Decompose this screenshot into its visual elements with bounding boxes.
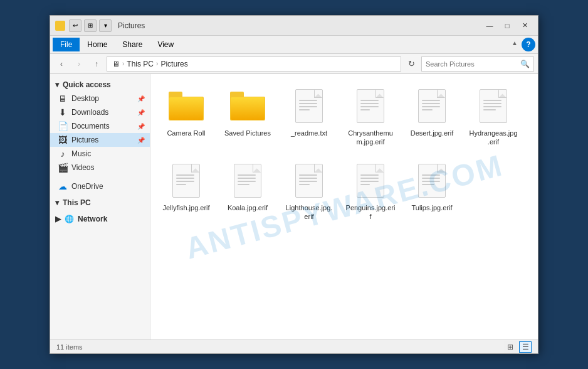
videos-icon: 🎬 bbox=[58, 163, 68, 173]
sidebar-section-quick-access[interactable]: ▾ Quick access bbox=[50, 78, 150, 92]
folder-icon-small bbox=[55, 21, 65, 31]
tab-home[interactable]: Home bbox=[80, 38, 115, 51]
file-name-desert: Desert.jpg.erif bbox=[411, 129, 453, 137]
file-name-tulips: Tulips.jpg.erif bbox=[411, 203, 452, 212]
address-bar: ‹ › ↑ 🖥 › This PC › Pictures ↻ 🔍 bbox=[50, 54, 538, 74]
status-bar: 11 items ⊞ ☰ bbox=[50, 340, 538, 353]
file-item-koala[interactable]: Koala.jpg.erif bbox=[219, 156, 276, 226]
this-pc-label: This PC bbox=[63, 198, 91, 207]
pictures-icon: 🖼 bbox=[58, 135, 68, 145]
sidebar-item-videos[interactable]: 🎬 Videos bbox=[50, 161, 150, 174]
up-button[interactable]: ↑ bbox=[89, 56, 104, 72]
documents-icon: 📄 bbox=[58, 121, 68, 131]
videos-label: Videos bbox=[71, 163, 94, 172]
music-label: Music bbox=[71, 149, 91, 158]
tab-file[interactable]: File bbox=[53, 38, 80, 51]
music-icon: ♪ bbox=[58, 149, 68, 159]
file-item-chrysanthemum[interactable]: Chrysanthemum.jpg.erif bbox=[342, 82, 399, 151]
file-name-jellyfish: Jellyfish.jpg.erif bbox=[162, 203, 209, 212]
main-area: ▾ Quick access 🖥 Desktop 📌 ⬇ Downloads 📌… bbox=[50, 74, 538, 340]
path-sep-2: › bbox=[156, 60, 158, 67]
file-item-jellyfish[interactable]: Jellyfish.jpg.erif bbox=[158, 156, 214, 226]
sidebar-item-pictures[interactable]: 🖼 Pictures 📌 bbox=[50, 133, 150, 147]
pin-icon-documents: 📌 bbox=[137, 123, 145, 130]
folder-icon-camera-roll bbox=[166, 86, 206, 126]
file-name-koala: Koala.jpg.erif bbox=[228, 203, 268, 212]
path-icon: 🖥 bbox=[112, 60, 120, 68]
back-button[interactable]: ‹ bbox=[54, 56, 69, 72]
file-item-camera-roll[interactable]: Camera Roll bbox=[158, 82, 214, 151]
file-name-saved-pictures: Saved Pictures bbox=[224, 129, 271, 137]
window-controls: — □ ✕ bbox=[481, 19, 533, 32]
doc-icon-tulips bbox=[412, 161, 452, 201]
undo-button[interactable]: ↩ bbox=[69, 19, 81, 32]
file-area: Camera Roll Saved Pictures bbox=[150, 74, 538, 340]
file-item-lighthouse[interactable]: Lighthouse.jpg.erif bbox=[281, 156, 337, 226]
search-input[interactable] bbox=[426, 60, 518, 68]
doc-icon-readme bbox=[289, 86, 329, 126]
title-bar: ↩ ⊞ ▾ Pictures — □ ✕ bbox=[50, 16, 538, 36]
onedrive-label: OneDrive bbox=[71, 182, 103, 191]
sidebar-item-music[interactable]: ♪ Music bbox=[50, 147, 150, 161]
file-grid: Camera Roll Saved Pictures bbox=[158, 82, 530, 225]
downloads-icon: ⬇ bbox=[58, 107, 68, 117]
path-pictures: Pictures bbox=[160, 60, 187, 68]
minimize-button[interactable]: — bbox=[481, 19, 498, 32]
close-button[interactable]: ✕ bbox=[517, 19, 533, 32]
explorer-window: ↩ ⊞ ▾ Pictures — □ ✕ File Home Share Vie… bbox=[50, 15, 538, 354]
path-this-pc: This PC bbox=[127, 60, 154, 68]
forward-button[interactable]: › bbox=[71, 56, 87, 72]
folder-icon-saved-pictures bbox=[228, 86, 268, 126]
doc-icon-penguins bbox=[350, 161, 391, 201]
network-label: Network bbox=[78, 215, 107, 223]
downloads-label: Downloads bbox=[71, 108, 108, 117]
network-arrow: ▶ bbox=[55, 215, 61, 223]
this-pc-arrow: ▾ bbox=[55, 198, 59, 207]
file-item-saved-pictures[interactable]: Saved Pictures bbox=[219, 82, 276, 151]
title-bar-left: ↩ ⊞ ▾ Pictures bbox=[55, 19, 481, 32]
doc-icon-chrysanthemum bbox=[350, 86, 391, 126]
desktop-label: Desktop bbox=[71, 94, 99, 103]
sidebar-item-downloads[interactable]: ⬇ Downloads 📌 bbox=[50, 105, 150, 119]
quick-access-label: Quick access bbox=[63, 80, 111, 89]
sidebar: ▾ Quick access 🖥 Desktop 📌 ⬇ Downloads 📌… bbox=[50, 74, 150, 340]
sidebar-item-desktop[interactable]: 🖥 Desktop 📌 bbox=[50, 92, 150, 105]
dropdown-button[interactable]: ▾ bbox=[99, 19, 112, 32]
sidebar-section-this-pc[interactable]: ▾ This PC bbox=[50, 196, 150, 210]
sidebar-item-onedrive[interactable]: ☁ OneDrive bbox=[50, 179, 150, 193]
file-name-chrysanthemum: Chrysanthemum.jpg.erif bbox=[345, 129, 396, 147]
view-controls: ⊞ ☰ bbox=[504, 341, 532, 353]
sidebar-section-network[interactable]: ▶ 🌐 Network bbox=[50, 212, 150, 226]
ribbon-expand-icon[interactable]: ▲ bbox=[512, 40, 522, 50]
file-item-tulips[interactable]: Tulips.jpg.erif bbox=[404, 156, 460, 226]
maximize-button[interactable]: □ bbox=[499, 19, 515, 32]
file-item-penguins[interactable]: Penguins.jpg.erif bbox=[342, 156, 399, 226]
file-item-desert[interactable]: Desert.jpg.erif bbox=[404, 82, 460, 151]
help-button[interactable]: ? bbox=[522, 38, 535, 51]
pin-icon-downloads: 📌 bbox=[137, 109, 145, 116]
pin-icon-desktop: 📌 bbox=[137, 95, 145, 102]
doc-icon-lighthouse bbox=[289, 161, 329, 201]
quick-access-toolbar: ↩ ⊞ ▾ bbox=[69, 19, 112, 32]
properties-button[interactable]: ⊞ bbox=[84, 19, 97, 32]
file-item-hydrangeas[interactable]: Hydrangeas.jpg.erif bbox=[465, 82, 522, 151]
file-name-hydrangeas: Hydrangeas.jpg.erif bbox=[468, 129, 518, 147]
view-details[interactable]: ☰ bbox=[519, 341, 532, 353]
doc-icon-hydrangeas bbox=[473, 86, 513, 126]
refresh-button[interactable]: ↻ bbox=[404, 56, 419, 72]
file-item-readme[interactable]: _readme.txt bbox=[281, 82, 337, 151]
tab-share[interactable]: Share bbox=[115, 38, 150, 51]
desktop-icon: 🖥 bbox=[58, 94, 68, 104]
view-large-icons[interactable]: ⊞ bbox=[504, 341, 517, 353]
doc-icon-desert bbox=[412, 86, 452, 126]
tab-view[interactable]: View bbox=[150, 38, 181, 51]
search-icon[interactable]: 🔍 bbox=[520, 60, 530, 68]
doc-icon-jellyfish bbox=[166, 161, 206, 201]
network-icon: 🌐 bbox=[65, 215, 74, 223]
item-count: 11 items bbox=[56, 343, 83, 351]
file-name-readme: _readme.txt bbox=[291, 129, 327, 137]
address-path[interactable]: 🖥 › This PC › Pictures bbox=[107, 56, 401, 72]
sidebar-item-documents[interactable]: 📄 Documents 📌 bbox=[50, 119, 150, 133]
search-box[interactable]: 🔍 bbox=[421, 56, 534, 72]
ribbon: File Home Share View ▲ ? bbox=[50, 36, 538, 54]
